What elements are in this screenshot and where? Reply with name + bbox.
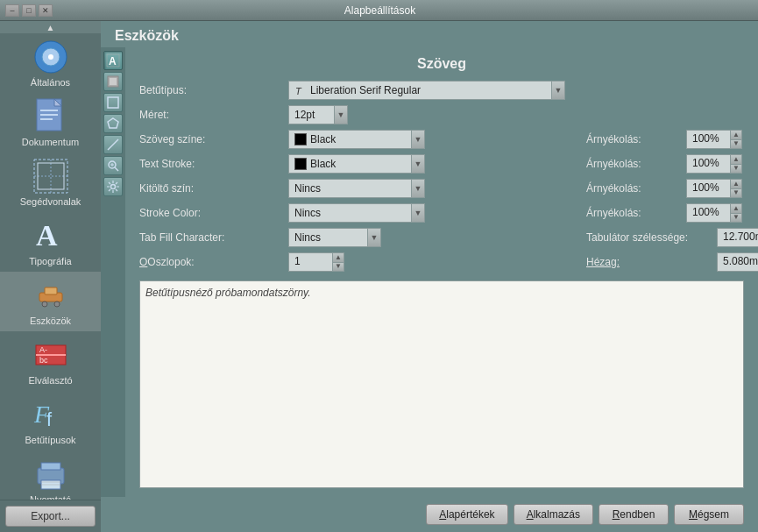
alkalmazas-button[interactable]: Alkalmazás: [514, 504, 593, 525]
kitolto-arnyekolas-spinner[interactable]: 100% ▲ ▼: [686, 179, 742, 198]
betutipusok-icon: F f: [32, 396, 69, 433]
svg-rect-24: [41, 463, 60, 470]
maximize-btn[interactable]: □: [22, 4, 36, 17]
text-tool-icon[interactable]: A: [103, 51, 123, 70]
oszlopok-right: Hézag: 5.080mm ▲ ▼: [586, 252, 758, 272]
sidebar-item-betutipusok[interactable]: F f Betűtípusok: [0, 391, 101, 450]
szoveg-szine-arrow[interactable]: ▼: [411, 130, 425, 149]
sidebar-item-segedvonalak[interactable]: Segédvonalak: [0, 153, 101, 212]
svg-text:f: f: [46, 408, 53, 430]
stroke-arnyekolas-up[interactable]: ▲: [730, 203, 742, 213]
zoom-tool-icon[interactable]: [103, 156, 123, 175]
oszlopok-up[interactable]: ▲: [332, 252, 344, 262]
frame-tool-icon[interactable]: [103, 72, 123, 91]
szoveg-arnyekolas-down[interactable]: ▼: [730, 139, 742, 150]
betutipus-label: Betűtípus:: [139, 84, 288, 96]
text-stroke-arnyekolas-label: Árnyékolás:: [586, 158, 683, 170]
eszkozok-icon: [32, 277, 69, 314]
hezag-spinner[interactable]: 5.080mm ▲ ▼: [717, 252, 758, 272]
line-tool-icon[interactable]: [103, 135, 123, 154]
svg-point-41: [111, 185, 116, 189]
sidebar-item-elvalaszto[interactable]: A- bc Elválasztó: [0, 331, 101, 391]
rendben-label: endben: [620, 508, 655, 521]
text-stroke-select[interactable]: Black ▼: [288, 154, 425, 174]
text-stroke-row: Text Stroke: Black ▼ Árnyékolás: 100: [139, 154, 744, 174]
betutipus-dropdown-arrow[interactable]: ▼: [551, 81, 565, 100]
sidebar-item-altalanos[interactable]: Általános: [0, 33, 101, 93]
sidebar-scroll-up[interactable]: ▲: [0, 21, 101, 33]
text-stroke-arnyekolas-spinner[interactable]: 100% ▲ ▼: [686, 154, 742, 174]
tipografia-icon: A: [32, 217, 69, 254]
betutipus-value: T Liberation Serif Regular: [288, 81, 551, 100]
meret-value: 12pt: [288, 105, 334, 124]
text-stroke-arnyekolas-down[interactable]: ▼: [730, 164, 742, 174]
megsem-label: égsem: [698, 508, 729, 521]
alkalmazas-label: lkalmazás: [534, 508, 580, 521]
stroke-color-select[interactable]: Nincs ▼: [288, 203, 425, 223]
text-stroke-arnyekolas-up[interactable]: ▲: [730, 154, 742, 164]
tab-fill-arrow[interactable]: ▼: [367, 228, 381, 247]
svg-marker-35: [108, 118, 118, 128]
meret-dropdown-arrow[interactable]: ▼: [334, 105, 348, 124]
stroke-arnyekolas-spinner[interactable]: 100% ▲ ▼: [686, 203, 742, 223]
oszlopok-spinner[interactable]: 1 ▲ ▼: [288, 252, 344, 272]
tab-width-spinner[interactable]: 12.700mm ▲ ▼: [717, 228, 758, 247]
stroke-arnyekolas-down[interactable]: ▼: [730, 213, 742, 223]
kitolto-arnyekolas-up[interactable]: ▲: [730, 179, 742, 188]
close-btn[interactable]: ✕: [39, 4, 53, 17]
szoveg-szine-body: Black: [288, 130, 411, 149]
content-area: Eszközök A: [101, 21, 758, 532]
oszlopok-down[interactable]: ▼: [332, 262, 344, 273]
minimize-btn[interactable]: –: [5, 4, 19, 17]
text-stroke-arnyekolas-value: 100%: [686, 154, 730, 174]
oszlopok-value: 1: [288, 252, 332, 272]
rendben-button[interactable]: Rendben: [599, 504, 669, 525]
stroke-color-arrow[interactable]: ▼: [411, 203, 425, 223]
hezag-value: 5.080mm: [717, 252, 758, 272]
segedvonalak-icon: [32, 158, 69, 195]
szoveg-szine-swatch: [294, 133, 307, 145]
oszlopok-left: OOszlopok: 1 ▲ ▼: [139, 252, 586, 272]
polygon-tool-icon[interactable]: [103, 114, 123, 133]
kitolto-szin-arrow[interactable]: ▼: [411, 179, 425, 198]
text-stroke-label: Text Stroke:: [139, 158, 288, 170]
sidebar-item-eszkozok[interactable]: Eszközök: [0, 272, 101, 331]
export-button[interactable]: Export...: [5, 506, 96, 527]
szoveg-arnyekolas-up[interactable]: ▲: [730, 130, 742, 139]
tab-width-value: 12.700mm: [717, 228, 758, 247]
meret-select[interactable]: 12pt ▼: [288, 105, 348, 124]
preview-box: Betűtípusnéző próbamondatszörny.: [139, 280, 744, 488]
tab-fill-select[interactable]: Nincs ▼: [288, 228, 381, 247]
szoveg-arnyekolas-spinner[interactable]: 100% ▲ ▼: [686, 130, 742, 149]
text-stroke-left: Text Stroke: Black ▼: [139, 154, 586, 174]
oszlopok-row: OOszlopok: 1 ▲ ▼ Hézag:: [139, 252, 744, 272]
oszlopok-label: OOszlopok:: [139, 256, 288, 268]
kitolto-szin-label: Kitöltő szín:: [139, 182, 288, 195]
shape-tool-icon[interactable]: [103, 93, 123, 112]
text-stroke-arrow[interactable]: ▼: [411, 154, 425, 174]
alapertekek-button[interactable]: Alapértékek: [426, 504, 507, 525]
form-panel: Szöveg Betűtípus: T Liberation Serif Reg…: [125, 47, 758, 497]
stroke-color-body: Nincs: [288, 203, 411, 223]
kitolto-szin-select[interactable]: Nincs ▼: [288, 179, 425, 198]
szoveg-szine-select[interactable]: Black ▼: [288, 130, 425, 149]
stroke-color-row: Stroke Color: Nincs ▼ Árnyékolás: 100% ▲: [139, 203, 744, 223]
betutipus-select[interactable]: T Liberation Serif Regular ▼: [288, 81, 565, 100]
kitolto-arnyekolas-down[interactable]: ▼: [730, 188, 742, 199]
sidebar-item-nyomtato[interactable]: Nyomtató: [0, 450, 101, 500]
stroke-color-left: Stroke Color: Nincs ▼: [139, 203, 586, 223]
dokumentum-icon: [32, 98, 69, 135]
section-header: Eszközök: [101, 21, 758, 47]
stroke-arnyekolas-value: 100%: [686, 203, 730, 223]
sidebar-label-dokumentum: Dokumentum: [22, 137, 79, 147]
kitolto-szin-right: Árnyékolás: 100% ▲ ▼: [586, 179, 742, 198]
sidebar-bottom: Export...: [0, 500, 101, 532]
stroke-arnyekolas-label: Árnyékolás:: [586, 207, 683, 219]
svg-rect-34: [108, 97, 118, 108]
megsem-button[interactable]: Mégsem: [674, 504, 744, 525]
sidebar-item-tipografia[interactable]: A Tipográfia: [0, 212, 101, 272]
svg-text:A: A: [109, 55, 117, 67]
sidebar-item-dokumentum[interactable]: Dokumentum: [0, 93, 101, 153]
kitolto-arnyekolas-value: 100%: [686, 179, 730, 198]
settings-tool-icon[interactable]: [103, 177, 123, 196]
